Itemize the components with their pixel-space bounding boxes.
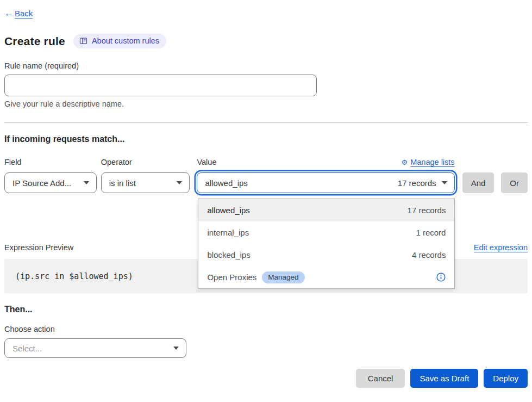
rule-name-helper: Give your rule a descriptive name. bbox=[4, 100, 528, 108]
back-link[interactable]: ←Back bbox=[4, 9, 33, 18]
back-link-label: Back bbox=[15, 9, 33, 18]
action-select[interactable]: Select... bbox=[4, 338, 186, 358]
list-item-allowed-ips[interactable]: allowed_ips 17 records bbox=[198, 199, 454, 221]
back-arrow-icon: ← bbox=[4, 9, 14, 18]
list-item-internal-ips[interactable]: internal_ips 1 record bbox=[198, 221, 454, 244]
field-select-value: IP Source Add... bbox=[12, 178, 71, 188]
and-button[interactable]: And bbox=[462, 172, 495, 193]
book-icon bbox=[79, 37, 87, 45]
expression-preview-label: Expression Preview bbox=[4, 243, 73, 252]
condition-row: Field IP Source Add... Operator is in li… bbox=[4, 158, 528, 193]
expression-code: (ip.src in $allowed_ips) bbox=[15, 271, 133, 281]
title-row: Create rule About custom rules bbox=[4, 34, 528, 48]
managed-badge: Managed bbox=[262, 271, 304, 283]
rule-name-label: Rule name (required) bbox=[4, 61, 528, 70]
deploy-button[interactable]: Deploy bbox=[484, 369, 528, 388]
value-select-value: allowed_ips bbox=[205, 178, 247, 188]
gear-icon: ⚙ bbox=[402, 159, 408, 166]
edit-expression-link[interactable]: Edit expression bbox=[474, 243, 528, 252]
list-item-blocked-ips[interactable]: blocked_ips 4 records bbox=[198, 244, 454, 266]
create-rule-page: ←Back Create rule About custom rules Rul… bbox=[0, 0, 532, 388]
choose-action-label: Choose action bbox=[4, 325, 528, 333]
section-divider bbox=[4, 122, 528, 123]
field-select[interactable]: IP Source Add... bbox=[4, 172, 97, 193]
list-item-records: 4 records bbox=[412, 250, 446, 259]
chevron-down-icon bbox=[84, 181, 89, 184]
value-header: Value ⚙ Manage lists bbox=[197, 158, 454, 166]
list-item-name: blocked_ips bbox=[207, 250, 250, 259]
cancel-button[interactable]: Cancel bbox=[356, 369, 405, 388]
about-custom-rules-label: About custom rules bbox=[92, 36, 159, 45]
operator-label: Operator bbox=[101, 158, 190, 166]
value-column: Value ⚙ Manage lists allowed_ips 17 reco… bbox=[197, 158, 454, 193]
operator-select[interactable]: is in list bbox=[101, 172, 190, 193]
info-icon[interactable] bbox=[436, 273, 446, 282]
value-select[interactable]: allowed_ips 17 records bbox=[197, 172, 454, 193]
save-as-draft-button[interactable]: Save as Draft bbox=[410, 369, 478, 388]
then-section-heading: Then... bbox=[4, 305, 528, 314]
manage-lists-label: Manage lists bbox=[410, 158, 454, 166]
list-item-name: internal_ips bbox=[207, 228, 249, 237]
field-label: Field bbox=[4, 158, 97, 166]
rule-name-input[interactable] bbox=[4, 75, 317, 96]
about-custom-rules-link[interactable]: About custom rules bbox=[73, 34, 166, 48]
or-button[interactable]: Or bbox=[501, 172, 528, 193]
operator-column: Operator is in list bbox=[101, 158, 190, 193]
action-select-placeholder: Select... bbox=[12, 344, 42, 353]
chevron-down-icon bbox=[442, 181, 447, 184]
logic-buttons: And Or bbox=[462, 172, 528, 193]
value-label: Value bbox=[197, 158, 216, 166]
page-title: Create rule bbox=[4, 35, 65, 48]
footer-actions: Cancel Save as Draft Deploy bbox=[4, 369, 528, 388]
list-item-name: Open Proxies bbox=[207, 273, 256, 282]
list-item-records: 1 record bbox=[416, 228, 446, 237]
operator-select-value: is in list bbox=[109, 178, 136, 188]
chevron-down-icon bbox=[173, 347, 179, 350]
list-item-records: 17 records bbox=[408, 206, 446, 215]
chevron-down-icon bbox=[177, 181, 182, 184]
list-item-name: allowed_ips bbox=[207, 206, 249, 215]
field-column: Field IP Source Add... bbox=[4, 158, 97, 193]
manage-lists-link[interactable]: ⚙ Manage lists bbox=[402, 158, 455, 166]
value-select-records: 17 records bbox=[398, 178, 436, 188]
list-item-open-proxies[interactable]: Open Proxies Managed bbox=[198, 266, 454, 288]
match-section-heading: If incoming requests match... bbox=[4, 134, 528, 144]
lists-dropdown-menu: allowed_ips 17 records internal_ips 1 re… bbox=[198, 199, 455, 289]
